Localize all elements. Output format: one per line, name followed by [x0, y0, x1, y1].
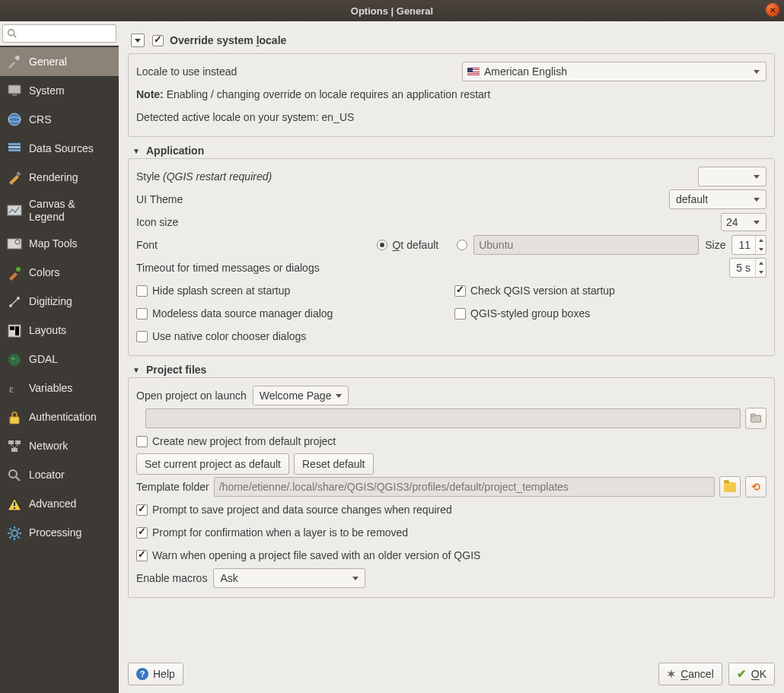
locale-group: Locale to use instead American English N… — [128, 53, 775, 137]
sidebar-item-variables[interactable]: εVariables — [0, 374, 119, 403]
svg-text:ε: ε — [9, 383, 14, 395]
sidebar-item-network[interactable]: Network — [0, 432, 119, 461]
create-from-default-checkbox[interactable]: Create new project from default project — [136, 435, 336, 447]
svg-rect-30 — [14, 502, 15, 506]
cancel-icon: ✶ — [667, 668, 676, 680]
reset-default-button[interactable]: Reset default — [294, 453, 374, 475]
template-folder-label: Template folder — [136, 481, 209, 493]
svg-rect-7 — [8, 146, 21, 148]
help-icon: ? — [136, 668, 148, 680]
svg-rect-42 — [751, 414, 755, 416]
application-group: Style (QGIS restart required) UI Theme d… — [128, 158, 775, 356]
locale-to-use-label: Locale to use instead — [136, 65, 237, 78]
modeless-dsm-checkbox[interactable]: Modeless data source manager dialog — [136, 307, 333, 319]
font-custom-radio[interactable] — [457, 240, 467, 250]
svg-rect-8 — [8, 149, 21, 151]
check-version-checkbox[interactable]: Check QGIS version at startup — [454, 285, 615, 297]
browse-template-button[interactable] — [719, 476, 741, 497]
sidebar-item-label: CRS — [29, 113, 52, 126]
enable-macros-combo[interactable]: Ask — [213, 568, 365, 588]
sidebar-item-label: Digitizing — [29, 295, 72, 308]
sidebar: GeneralSystemCRSData SourcesRenderingCan… — [0, 21, 119, 693]
native-color-checkbox[interactable]: Use native color chooser dialogs — [136, 330, 306, 342]
svg-rect-24 — [15, 440, 21, 444]
svg-line-37 — [10, 528, 11, 529]
icon-size-combo[interactable]: 24 — [721, 213, 766, 231]
digitizing-icon — [6, 294, 23, 310]
ok-button[interactable]: ✔ OK — [728, 663, 775, 685]
sidebar-item-advanced[interactable]: Advanced — [0, 490, 119, 519]
font-size-spinner[interactable]: 11 — [731, 235, 766, 255]
collapse-button[interactable] — [131, 33, 145, 47]
svg-rect-6 — [8, 143, 21, 145]
qgis-groupboxes-checkbox[interactable]: QGIS-styled group boxes — [454, 307, 590, 319]
sidebar-item-map-tools[interactable]: Map Tools — [0, 230, 119, 259]
flag-us-icon — [467, 68, 480, 76]
svg-line-1 — [14, 35, 16, 37]
font-qt-default-radio[interactable]: Qt default — [377, 239, 438, 251]
sidebar-item-authentication[interactable]: Authentication — [0, 403, 119, 432]
set-current-default-button[interactable]: Set current project as default — [136, 453, 289, 475]
dialog-footer: ? Help ✶ Cancel ✔ OK — [128, 656, 775, 685]
open-on-launch-combo[interactable]: Welcome Page — [253, 386, 349, 405]
close-icon[interactable] — [766, 3, 779, 17]
svg-rect-23 — [8, 440, 14, 444]
network-icon — [6, 438, 23, 455]
folder-icon — [724, 482, 736, 492]
override-locale-checkbox[interactable] — [152, 35, 164, 46]
sidebar-item-layouts[interactable]: Layouts — [0, 316, 119, 345]
sidebar-item-label: Processing — [29, 526, 81, 539]
svg-line-16 — [11, 299, 18, 305]
sidebar-item-gdal[interactable]: GDAL — [0, 345, 119, 374]
wrench-screwdriver-icon — [6, 53, 23, 70]
sidebar-item-general[interactable]: General — [0, 47, 119, 76]
ui-theme-label: UI Theme — [136, 193, 183, 205]
check-icon: ✔ — [737, 667, 747, 681]
data-sources-icon — [6, 140, 23, 157]
chevron-down-icon: ▼ — [132, 366, 142, 374]
sidebar-item-label: Authentication — [29, 411, 97, 424]
warning-icon — [6, 496, 23, 513]
svg-rect-22 — [10, 417, 19, 424]
sidebar-item-system[interactable]: System — [0, 76, 119, 105]
icon-size-label: Icon size — [136, 216, 178, 228]
timeout-spinner[interactable]: 5 s — [729, 258, 766, 278]
style-combo[interactable] — [698, 167, 766, 186]
project-files-header[interactable]: ▼ Project files — [132, 364, 775, 376]
locale-note: Note: Enabling / changing override on lo… — [136, 83, 766, 106]
sidebar-item-canvas-legend[interactable]: Canvas & Legend — [0, 192, 119, 230]
sidebar-item-colors[interactable]: Colors — [0, 259, 119, 288]
reset-template-button[interactable]: ⟲ — [745, 476, 766, 497]
system-icon — [6, 82, 23, 99]
svg-point-13 — [16, 267, 21, 272]
map-tools-icon — [6, 236, 23, 253]
cancel-button[interactable]: ✶ Cancel — [658, 663, 722, 685]
warn-old-version-checkbox[interactable]: Warn when opening a project file saved w… — [136, 549, 480, 561]
locale-combo[interactable]: American English — [462, 62, 766, 81]
sidebar-item-label: System — [29, 84, 65, 97]
font-family-input — [473, 235, 699, 255]
sidebar-item-data-sources[interactable]: Data Sources — [0, 134, 119, 163]
sidebar-item-locator[interactable]: Locator — [0, 461, 119, 490]
sidebar-item-label: Canvas & Legend — [29, 198, 113, 224]
sidebar-item-digitizing[interactable]: Digitizing — [0, 288, 119, 316]
prompt-save-checkbox[interactable]: Prompt to save project and data source c… — [136, 504, 452, 516]
svg-rect-10 — [8, 205, 21, 215]
browse-project-button[interactable] — [745, 408, 766, 429]
window-title: Options | General — [351, 5, 433, 17]
ui-theme-combo[interactable]: default — [669, 189, 766, 209]
sidebar-search-input[interactable] — [2, 24, 116, 43]
hide-splash-checkbox[interactable]: Hide splash screen at startup — [136, 285, 290, 297]
application-header[interactable]: ▼ Application — [132, 145, 775, 157]
svg-rect-2 — [8, 85, 21, 94]
layouts-icon — [6, 323, 23, 339]
svg-line-39 — [18, 528, 19, 529]
sidebar-item-processing[interactable]: Processing — [0, 519, 119, 548]
prompt-remove-checkbox[interactable]: Prompt for confirmation when a layer is … — [136, 526, 408, 539]
sidebar-item-label: Data Sources — [29, 142, 94, 155]
help-button[interactable]: ? Help — [128, 663, 183, 685]
sidebar-item-label: Layouts — [29, 324, 66, 337]
sidebar-item-crs[interactable]: CRS — [0, 105, 119, 134]
sidebar-item-rendering[interactable]: Rendering — [0, 163, 119, 192]
svg-rect-31 — [14, 507, 15, 509]
